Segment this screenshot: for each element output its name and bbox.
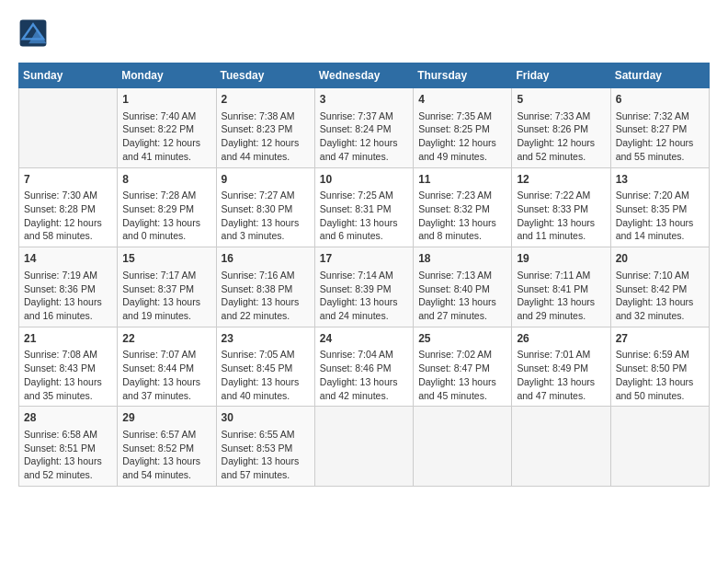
day-number: 8 — [122, 172, 210, 188]
day-number: 16 — [222, 251, 310, 267]
calendar-cell: 7Sunrise: 7:30 AMSunset: 8:28 PMDaylight… — [19, 167, 118, 247]
day-number: 10 — [320, 172, 408, 188]
week-row-1: 7Sunrise: 7:30 AMSunset: 8:28 PMDaylight… — [19, 167, 710, 247]
day-number: 6 — [616, 92, 704, 108]
header-row: SundayMondayTuesdayWednesdayThursdayFrid… — [19, 63, 710, 88]
day-number: 3 — [320, 92, 408, 108]
day-number: 20 — [616, 251, 704, 267]
day-number: 11 — [418, 172, 506, 188]
day-info: Sunrise: 7:32 AMSunset: 8:27 PMDaylight:… — [616, 109, 704, 164]
day-info: Sunrise: 7:22 AMSunset: 8:33 PMDaylight:… — [517, 189, 605, 243]
day-info: Sunrise: 7:04 AMSunset: 8:46 PMDaylight:… — [320, 348, 408, 402]
day-info: Sunrise: 7:13 AMSunset: 8:40 PMDaylight:… — [418, 269, 506, 323]
day-info: Sunrise: 7:37 AMSunset: 8:24 PMDaylight:… — [320, 109, 408, 164]
day-info: Sunrise: 6:59 AMSunset: 8:50 PMDaylight:… — [616, 348, 704, 402]
day-number: 14 — [24, 251, 112, 267]
day-number: 27 — [616, 331, 704, 347]
calendar-cell — [19, 88, 118, 168]
calendar-cell: 14Sunrise: 7:19 AMSunset: 8:36 PMDayligh… — [19, 247, 118, 327]
day-number: 25 — [418, 331, 506, 347]
calendar-cell: 17Sunrise: 7:14 AMSunset: 8:39 PMDayligh… — [314, 247, 413, 327]
header-wednesday: Wednesday — [314, 63, 413, 88]
day-info: Sunrise: 7:02 AMSunset: 8:47 PMDaylight:… — [418, 348, 506, 402]
calendar-cell: 2Sunrise: 7:38 AMSunset: 8:23 PMDaylight… — [216, 88, 314, 168]
day-info: Sunrise: 7:17 AMSunset: 8:37 PMDaylight:… — [122, 269, 210, 323]
calendar-cell: 1Sunrise: 7:40 AMSunset: 8:22 PMDaylight… — [118, 88, 216, 168]
day-number: 2 — [222, 92, 310, 108]
day-info: Sunrise: 7:10 AMSunset: 8:42 PMDaylight:… — [616, 269, 704, 323]
day-number: 7 — [24, 172, 112, 188]
calendar-cell: 21Sunrise: 7:08 AMSunset: 8:43 PMDayligh… — [19, 327, 118, 407]
day-number: 1 — [122, 92, 210, 108]
calendar-cell: 6Sunrise: 7:32 AMSunset: 8:27 PMDaylight… — [610, 88, 709, 168]
day-number: 5 — [517, 92, 605, 108]
week-row-2: 14Sunrise: 7:19 AMSunset: 8:36 PMDayligh… — [19, 247, 710, 327]
calendar-table: SundayMondayTuesdayWednesdayThursdayFrid… — [18, 63, 710, 487]
day-info: Sunrise: 7:08 AMSunset: 8:43 PMDaylight:… — [24, 348, 112, 402]
calendar-cell: 5Sunrise: 7:33 AMSunset: 8:26 PMDaylight… — [512, 88, 610, 168]
day-info: Sunrise: 7:28 AMSunset: 8:29 PMDaylight:… — [122, 189, 210, 243]
week-row-4: 28Sunrise: 6:58 AMSunset: 8:51 PMDayligh… — [19, 407, 710, 487]
calendar-cell: 19Sunrise: 7:11 AMSunset: 8:41 PMDayligh… — [512, 247, 610, 327]
day-number: 18 — [418, 251, 506, 267]
day-info: Sunrise: 7:40 AMSunset: 8:22 PMDaylight:… — [122, 109, 210, 164]
day-info: Sunrise: 7:35 AMSunset: 8:25 PMDaylight:… — [418, 109, 506, 164]
day-number: 22 — [122, 331, 210, 347]
day-info: Sunrise: 7:30 AMSunset: 8:28 PMDaylight:… — [24, 189, 112, 243]
day-number: 23 — [222, 331, 310, 347]
day-info: Sunrise: 7:16 AMSunset: 8:38 PMDaylight:… — [222, 269, 310, 323]
calendar-cell: 22Sunrise: 7:07 AMSunset: 8:44 PMDayligh… — [118, 327, 216, 407]
day-number: 15 — [122, 251, 210, 267]
calendar-cell: 4Sunrise: 7:35 AMSunset: 8:25 PMDaylight… — [414, 88, 512, 168]
calendar-cell: 28Sunrise: 6:58 AMSunset: 8:51 PMDayligh… — [19, 407, 118, 487]
calendar-cell: 8Sunrise: 7:28 AMSunset: 8:29 PMDaylight… — [118, 167, 216, 247]
day-number: 29 — [122, 410, 210, 426]
day-info: Sunrise: 7:14 AMSunset: 8:39 PMDaylight:… — [320, 269, 408, 323]
logo-icon — [18, 18, 48, 48]
day-number: 30 — [222, 410, 310, 426]
day-number: 17 — [320, 251, 408, 267]
day-info: Sunrise: 7:20 AMSunset: 8:35 PMDaylight:… — [616, 189, 704, 243]
day-number: 4 — [418, 92, 506, 108]
calendar-cell: 3Sunrise: 7:37 AMSunset: 8:24 PMDaylight… — [314, 88, 413, 168]
day-info: Sunrise: 6:57 AMSunset: 8:52 PMDaylight:… — [122, 428, 210, 482]
header-sunday: Sunday — [19, 63, 118, 88]
header-tuesday: Tuesday — [216, 63, 314, 88]
day-number: 19 — [517, 251, 605, 267]
day-number: 28 — [24, 410, 112, 426]
week-row-3: 21Sunrise: 7:08 AMSunset: 8:43 PMDayligh… — [19, 327, 710, 407]
calendar-cell — [610, 407, 709, 487]
calendar-cell: 12Sunrise: 7:22 AMSunset: 8:33 PMDayligh… — [512, 167, 610, 247]
day-info: Sunrise: 7:38 AMSunset: 8:23 PMDaylight:… — [222, 109, 310, 164]
calendar-cell: 10Sunrise: 7:25 AMSunset: 8:31 PMDayligh… — [314, 167, 413, 247]
day-info: Sunrise: 7:33 AMSunset: 8:26 PMDaylight:… — [517, 109, 605, 164]
day-info: Sunrise: 7:25 AMSunset: 8:31 PMDaylight:… — [320, 189, 408, 243]
calendar-cell: 9Sunrise: 7:27 AMSunset: 8:30 PMDaylight… — [216, 167, 314, 247]
day-info: Sunrise: 7:01 AMSunset: 8:49 PMDaylight:… — [517, 348, 605, 402]
logo — [18, 18, 53, 48]
calendar-cell: 15Sunrise: 7:17 AMSunset: 8:37 PMDayligh… — [118, 247, 216, 327]
day-info: Sunrise: 6:55 AMSunset: 8:53 PMDaylight:… — [222, 428, 310, 482]
day-info: Sunrise: 7:27 AMSunset: 8:30 PMDaylight:… — [222, 189, 310, 243]
day-number: 9 — [222, 172, 310, 188]
calendar-cell: 16Sunrise: 7:16 AMSunset: 8:38 PMDayligh… — [216, 247, 314, 327]
header-friday: Friday — [512, 63, 610, 88]
calendar-cell: 27Sunrise: 6:59 AMSunset: 8:50 PMDayligh… — [610, 327, 709, 407]
calendar-cell: 23Sunrise: 7:05 AMSunset: 8:45 PMDayligh… — [216, 327, 314, 407]
day-info: Sunrise: 7:07 AMSunset: 8:44 PMDaylight:… — [122, 348, 210, 402]
calendar-cell: 30Sunrise: 6:55 AMSunset: 8:53 PMDayligh… — [216, 407, 314, 487]
calendar-cell — [414, 407, 512, 487]
calendar-cell: 11Sunrise: 7:23 AMSunset: 8:32 PMDayligh… — [414, 167, 512, 247]
calendar-cell: 29Sunrise: 6:57 AMSunset: 8:52 PMDayligh… — [118, 407, 216, 487]
day-number: 24 — [320, 331, 408, 347]
week-row-0: 1Sunrise: 7:40 AMSunset: 8:22 PMDaylight… — [19, 88, 710, 168]
header-thursday: Thursday — [414, 63, 512, 88]
day-number: 26 — [517, 331, 605, 347]
header-saturday: Saturday — [610, 63, 709, 88]
day-info: Sunrise: 7:05 AMSunset: 8:45 PMDaylight:… — [222, 348, 310, 402]
day-info: Sunrise: 7:19 AMSunset: 8:36 PMDaylight:… — [24, 269, 112, 323]
calendar-cell — [314, 407, 413, 487]
day-number: 12 — [517, 172, 605, 188]
day-info: Sunrise: 7:11 AMSunset: 8:41 PMDaylight:… — [517, 269, 605, 323]
day-info: Sunrise: 7:23 AMSunset: 8:32 PMDaylight:… — [418, 189, 506, 243]
